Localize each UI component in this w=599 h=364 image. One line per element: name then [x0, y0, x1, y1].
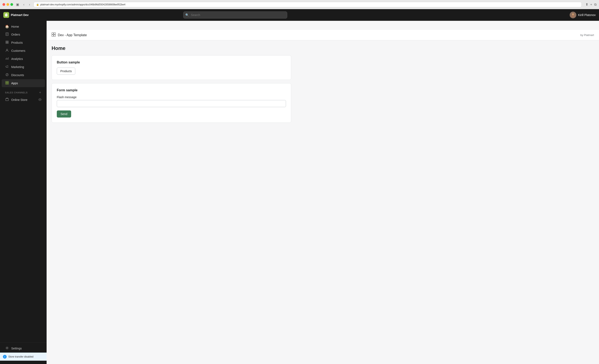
- products-button[interactable]: Products: [57, 68, 75, 75]
- analytics-icon: [5, 57, 9, 61]
- main-content: Dev - App Template by Platmart Home Butt…: [47, 30, 599, 364]
- app-header-bar: Dev - App Template by Platmart: [47, 30, 599, 40]
- sidebar-label-customers: Customers: [11, 49, 25, 53]
- svg-rect-14: [52, 35, 53, 36]
- apps-icon: [5, 81, 9, 85]
- app-title: Dev - App Template: [58, 33, 87, 37]
- sidebar-label-products: Products: [11, 41, 23, 44]
- store-transfer-notice: i Store transfer disabled: [0, 353, 47, 361]
- sidebar-item-analytics[interactable]: Analytics: [2, 55, 45, 63]
- store-logo[interactable]: Platmart Dev: [3, 12, 41, 18]
- browser-chrome: ▣ ‹ › 🔒 platmart-dev.myshopify.com/admin…: [0, 0, 599, 9]
- online-store-icon: [5, 98, 9, 102]
- flash-message-label: Flash message: [57, 96, 286, 99]
- browser-actions: ⬆ + ⧉: [585, 2, 597, 7]
- app-container: 🏠 Home Orders Products: [0, 9, 599, 364]
- back-button[interactable]: ‹: [22, 2, 26, 7]
- home-icon: 🏠: [5, 25, 9, 28]
- search-container: 🔍: [183, 11, 287, 18]
- app-by-label: by Platmart: [580, 34, 594, 37]
- search-input[interactable]: [183, 11, 287, 18]
- form-sample-card-title: Form sample: [57, 89, 286, 92]
- svg-rect-8: [7, 83, 9, 84]
- sales-channels-label: SALES CHANNELS: [5, 91, 28, 94]
- topbar: Platmart Dev 🔍 Kirill Platonov: [0, 9, 599, 21]
- sidebar-item-customers[interactable]: Customers: [2, 47, 45, 55]
- app-grid-icon: [52, 32, 56, 38]
- button-sample-card: Button sample Products: [52, 55, 291, 80]
- online-store-label: Online Store: [11, 98, 27, 101]
- form-sample-card: Form sample Flash message Send: [52, 83, 291, 123]
- sales-channels-section: SALES CHANNELS +: [0, 87, 47, 96]
- marketing-icon: [5, 65, 9, 69]
- store-transfer-text: Store transfer disabled: [8, 355, 34, 358]
- sidebar-label-orders: Orders: [11, 33, 20, 36]
- browser-dots: [2, 3, 13, 6]
- svg-rect-9: [6, 98, 9, 101]
- tab-icon: ▣: [16, 2, 19, 7]
- close-dot[interactable]: [2, 3, 5, 6]
- svg-point-3: [7, 49, 8, 50]
- fullscreen-dot[interactable]: [10, 3, 13, 6]
- sidebar-label-discounts: Discounts: [11, 73, 24, 77]
- shopify-icon: [3, 12, 9, 18]
- products-icon: [5, 41, 9, 45]
- page-title: Home: [52, 45, 291, 51]
- minimize-dot[interactable]: [7, 3, 9, 6]
- page-content: Home Button sample Products Form sample …: [47, 40, 296, 131]
- sidebar-bottom: Settings i Store transfer disabled: [0, 342, 47, 362]
- forward-button[interactable]: ›: [28, 2, 31, 7]
- sidebar-label-marketing: Marketing: [11, 65, 24, 69]
- svg-rect-12: [52, 33, 53, 34]
- url-text: platmart-dev.myshopify.com/admin/apps/dc…: [40, 3, 125, 6]
- sidebar-item-discounts[interactable]: Discounts: [2, 71, 45, 79]
- flash-message-input[interactable]: [57, 100, 286, 107]
- user-name: Kirill Platonov: [578, 13, 596, 17]
- sidebar-item-orders[interactable]: Orders: [2, 31, 45, 38]
- sidebar-item-online-store[interactable]: Online Store: [2, 96, 45, 104]
- sidebar-item-home[interactable]: 🏠 Home: [2, 23, 45, 30]
- discounts-icon: [5, 73, 9, 77]
- share-button[interactable]: ⬆: [585, 2, 588, 7]
- send-button[interactable]: Send: [57, 110, 71, 117]
- svg-rect-15: [54, 35, 55, 36]
- search-icon: 🔍: [185, 13, 189, 17]
- new-tab-button[interactable]: +: [590, 2, 592, 7]
- orders-icon: [5, 32, 9, 37]
- sidebar-label-analytics: Analytics: [11, 57, 23, 61]
- svg-rect-13: [54, 33, 55, 34]
- sidebar-label-home: Home: [11, 25, 19, 28]
- settings-label: Settings: [11, 347, 22, 350]
- settings-icon: [5, 346, 9, 350]
- sidebar: 🏠 Home Orders Products: [0, 21, 47, 364]
- sidebar-nav: 🏠 Home Orders Products: [0, 22, 47, 342]
- lock-icon: 🔒: [36, 3, 39, 6]
- avatar: [570, 12, 576, 18]
- button-sample-card-title: Button sample: [57, 61, 286, 64]
- svg-rect-7: [6, 83, 7, 84]
- svg-rect-5: [6, 81, 7, 83]
- add-sales-channel-button[interactable]: +: [38, 91, 42, 94]
- svg-point-11: [7, 347, 8, 349]
- sidebar-item-apps[interactable]: Apps: [2, 79, 45, 87]
- customers-icon: [5, 49, 9, 53]
- sidebar-item-products[interactable]: Products: [2, 39, 45, 47]
- app-header-title: Dev - App Template: [52, 32, 87, 38]
- store-name: Platmart Dev: [11, 13, 29, 17]
- svg-point-1: [572, 13, 574, 15]
- sidebar-label-apps: Apps: [11, 81, 18, 85]
- sidebar-button[interactable]: ⧉: [594, 2, 597, 7]
- user-menu[interactable]: Kirill Platonov: [570, 12, 596, 18]
- svg-point-10: [40, 99, 40, 100]
- sidebar-item-marketing[interactable]: Marketing: [2, 63, 45, 71]
- svg-rect-6: [7, 81, 9, 83]
- sidebar-item-settings[interactable]: Settings: [2, 345, 45, 352]
- info-icon: i: [3, 355, 7, 359]
- address-bar[interactable]: 🔒 platmart-dev.myshopify.com/admin/apps/…: [34, 2, 582, 7]
- online-store-eye-icon: [38, 98, 42, 102]
